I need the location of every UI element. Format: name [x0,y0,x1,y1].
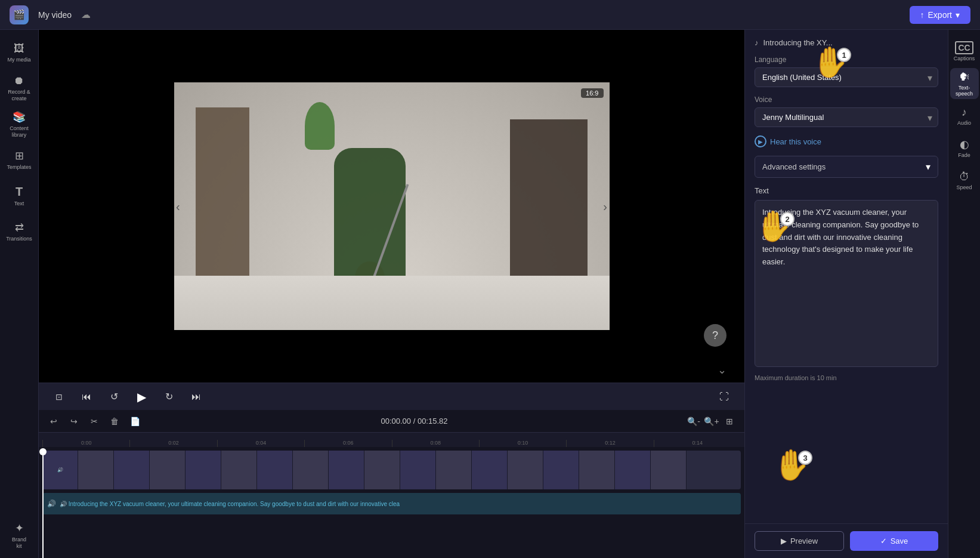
frame-thumb [364,451,400,489]
ruler-mark-4: 0:04 [217,440,304,447]
frame-thumb [150,451,186,489]
sidebar-item-text[interactable]: T Text [2,179,36,212]
language-label: Language [755,56,938,64]
audio-label: Audio [957,120,971,126]
shelf-left [196,107,249,286]
frame-thumb [329,451,364,489]
ruler-mark-12: 0:12 [566,440,653,447]
panel-collapse-btn[interactable]: ⌄ [718,363,727,377]
audio-track-text: 🔊 Introducing the XYZ vacuum cleaner, yo… [60,501,400,507]
right-collapse-btn[interactable]: › [603,199,607,213]
hear-voice-label: Hear this voice [770,137,821,146]
content-library-icon: 📚 [13,110,26,124]
captions-icon: CC [955,41,973,54]
video-frame: 16:9 [174,82,610,330]
fade-label: Fade [958,152,970,158]
right-main-panel: ♪ Introducing the XY... Language English… [745,30,948,558]
audio-track-icon: 🔊 [47,500,56,508]
save-check-icon: ✓ [880,537,887,545]
skip-forward-btn[interactable]: ⏭ [188,389,205,405]
plant-decoration [305,102,335,150]
preview-button[interactable]: ▶ Preview [755,531,844,551]
floor [174,276,610,330]
audio-icon-btn[interactable]: ♪ Audio [950,100,979,131]
record-create-icon: ⏺ [14,75,24,87]
text-speech-label: Text-speech [956,85,973,97]
voice-select[interactable]: Jenny Multilingual [755,107,938,127]
app-logo: 🎬 [10,5,29,24]
frame-thumb [221,451,257,489]
templates-icon: ⊞ [15,149,24,162]
text-icon: T [16,185,23,199]
text-section-label: Text [755,186,938,195]
fade-icon-btn[interactable]: ◐ Fade [950,132,979,164]
sidebar-item-brand-kit[interactable]: ✦ Brandkit [2,519,36,552]
speed-icon-btn[interactable]: ⏱ Speed [950,165,979,196]
advanced-settings-chevron: ▾ [926,161,930,172]
preview-play-icon: ▶ [781,537,787,545]
language-select[interactable]: English (United States) [755,67,938,87]
text-speech-icon-btn[interactable]: 🗣 Text-speech [950,68,979,99]
video-track[interactable]: 🔊 [42,451,741,489]
top-bar: 🎬 My video ☁ ↑ Export ▾ [0,0,980,30]
audio-track[interactable]: 🔊 🔊 Introducing the XYZ vacuum cleaner, … [42,493,741,514]
play-btn[interactable]: ▶ [133,389,150,405]
delete-btn[interactable]: 🗑 [107,414,122,429]
panel-header: ♪ Introducing the XY... [755,38,938,47]
advanced-settings-label: Advanced settings [762,162,826,171]
language-select-wrapper: English (United States) [755,67,938,87]
timeline-tracks: 🔊 [39,451,744,558]
zoom-in-btn[interactable]: 🔍+ [704,414,719,429]
timeline-toolbar: ↩ ↪ ✂ 🗑 📄 00:00.00 / 00:15.82 🔍- 🔍+ ⊞ [39,410,744,433]
left-collapse-btn[interactable]: ‹ [176,199,180,213]
undo-btn[interactable]: ↩ [46,414,61,429]
sidebar-item-record-create[interactable]: ⏺ Record &create [2,72,36,105]
ruler-mark-6: 0:06 [304,440,391,447]
export-button[interactable]: ↑ Export ▾ [910,6,970,24]
transitions-icon: ⇄ [15,221,24,234]
speed-icon: ⏱ [959,171,970,183]
center-area: 16:9 ‹ › ? ⌄ ⊡ ⏮ ↺ ▶ ↻ ⏭ ⛶ ↩ ↪ ✂ 🗑 📄 [39,30,744,558]
frame-thumb [257,451,293,489]
caption-toggle-btn[interactable]: ⊡ [51,389,67,405]
left-sidebar: 🖼 My media ⏺ Record &create 📚 Contentlib… [0,30,39,558]
text-textarea[interactable]: Introducing the XYZ vacuum cleaner, your… [755,200,938,367]
rewind-btn[interactable]: ↺ [106,389,122,405]
sidebar-item-my-media[interactable]: 🖼 My media [2,36,36,69]
frame-thumb [543,451,579,489]
save-button[interactable]: ✓ Save [850,531,938,551]
ruler-mark-0: 0:00 [42,440,129,447]
timeline-area: ↩ ↪ ✂ 🗑 📄 00:00.00 / 00:15.82 🔍- 🔍+ ⊞ 0:… [39,410,744,558]
fade-icon: ◐ [960,138,969,151]
captions-label: Captions [954,56,975,61]
redo-btn[interactable]: ↪ [66,414,82,429]
fit-btn[interactable]: ⊞ [722,414,737,429]
copy-btn[interactable]: 📄 [127,414,143,429]
main-layout: 🖼 My media ⏺ Record &create 📚 Contentlib… [0,30,980,558]
frame-thumb [186,451,221,489]
top-bar-right: ↑ Export ▾ [910,6,970,24]
advanced-settings-row[interactable]: Advanced settings ▾ [755,156,938,178]
right-content: ♪ Introducing the XY... Language English… [745,30,948,523]
skip-back-btn[interactable]: ⏮ [78,389,95,405]
help-button[interactable]: ? [704,324,727,347]
cut-btn[interactable]: ✂ [86,414,102,429]
frame-thumb [400,451,436,489]
zoom-out-btn[interactable]: 🔍- [686,414,701,429]
video-track-frames: 🔊 [42,451,741,489]
sidebar-item-templates[interactable]: ⊞ Templates [2,143,36,177]
shelf-right [510,119,588,286]
sidebar-item-transitions[interactable]: ⇄ Transitions [2,215,36,248]
frame-thumb [114,451,150,489]
max-duration-note: Maximum duration is 10 min [755,374,938,381]
fullscreen-btn[interactable]: ⛶ [716,389,732,405]
video-preview: 16:9 ‹ › ? ⌄ [39,30,744,383]
brand-kit-icon: ✦ [15,522,24,535]
timeline-zoom-controls: 🔍- 🔍+ ⊞ [686,414,737,429]
text-speech-icon: 🗣 [959,71,970,84]
forward-btn[interactable]: ↻ [160,389,177,405]
captions-icon-btn[interactable]: CC Captions [950,36,979,67]
frame-thumb: 🔊 [42,451,78,489]
hear-voice-link[interactable]: ▶ Hear this voice [755,135,938,147]
sidebar-item-content-library[interactable]: 📚 Contentlibrary [2,107,36,141]
